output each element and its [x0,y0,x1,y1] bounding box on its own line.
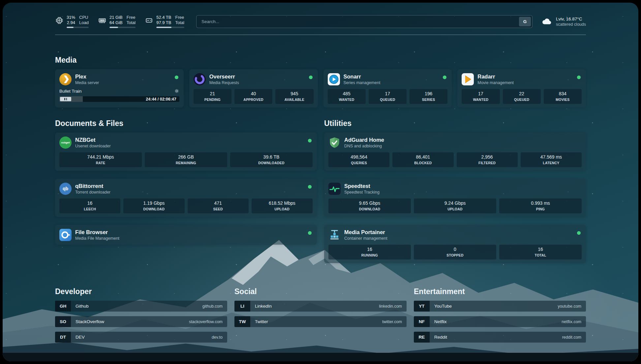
section-title-utilities: Utilities [324,119,586,128]
stat-total: 16 TOTAL [499,245,582,259]
disk-free-value: 52.4 TB [156,15,171,20]
bookmark-domain: github.com [202,304,223,309]
bookmark-github[interactable]: GH Github github.com [55,301,227,312]
adguard-stats: 498,564 QUERIES 86,401 BLOCKED 2,956 FIL… [328,152,582,167]
stat-download: 9.65 Gbps DOWNLOAD [328,198,411,213]
card-qbittorrent: qb qBittorrent Torrent downloader 16 LEE… [55,179,317,217]
search-provider-button[interactable]: G [519,17,531,26]
nzbget-stats: 744.21 Mbps RATE 266 GB REMAINING 39.6 T… [59,152,313,167]
status-dot-nzbget [308,139,312,142]
card-header-overseerr[interactable]: Overseerr Media Requests [194,73,314,85]
status-dot-portainer [577,231,581,235]
search-input[interactable] [197,19,519,24]
memory-free-value: 21 GiB [109,15,123,20]
bookmarks-section: Developer GH Github github.com SO StackO… [55,287,586,357]
card-header-plex[interactable]: Plex Media server [59,73,179,85]
card-header-nzbget[interactable]: nzbget NZBGet Usenet downloader [59,136,313,149]
app-subtitle: Series management [344,80,381,85]
app-subtitle: Media Requests [209,80,239,85]
card-header-sonarr[interactable]: Sonarr Series management [328,73,448,85]
stat-remaining: 266 GB REMAINING [145,152,227,167]
stat-approved: 40 APPROVED [234,89,272,104]
stat-filtered: 2,956 FILTERED [457,152,518,167]
bookmark-dev[interactable]: DT DEV dev.to [55,332,227,343]
stat-wanted: 17 WANTED [462,89,500,104]
app-subtitle: DNS and adblocking [344,143,384,149]
bookmark-reddit[interactable]: RE Reddit reddit.com [414,332,586,343]
memory-widget: 21 GiB Free 64 GiB Total [98,15,136,28]
cpu-progress-bar [67,27,89,28]
section-title-media: Media [55,55,586,65]
stat-queued: 22 QUEUED [503,89,541,104]
filebrowser-icon [59,229,72,241]
app-name: Speedtest [344,183,380,189]
card-header-adguard[interactable]: AdGuard Home DNS and adblocking [328,136,582,149]
stat-series: 196 SERIES [410,89,447,104]
bookmark-domain: twitter.com [382,319,402,324]
now-playing-row: Bullet Train [59,88,179,94]
section-title-documents: Documents & Files [55,119,317,128]
stat-rate: 744.21 Mbps RATE [59,152,142,167]
cpu-widget: 31% CPU 2.94 Load [55,15,89,28]
stat-upload: 9.24 Gbps UPLOAD [414,198,496,213]
card-header-speedtest[interactable]: Speedtest Speedtest Tracking [328,182,582,195]
status-dot-filebrowser [308,231,312,235]
overseerr-icon [194,73,206,85]
bookmark-abbr: YT [414,301,430,312]
app-name: Radarr [477,73,514,80]
status-dot-plex [175,76,178,79]
status-dot-radarr [577,76,581,79]
bookmark-name: StackOverflow [76,319,104,324]
card-header-filebrowser[interactable]: File Browser Media File Management [59,228,313,241]
app-name: NZBGet [75,136,111,143]
memory-icon [98,16,107,25]
bookmark-name: Github [76,304,89,309]
qbittorrent-stats: 16 LEECH 1.19 Gbps DOWNLOAD 471 SEED [59,198,313,213]
pause-button[interactable] [60,97,71,101]
app-name: Overseerr [209,73,239,80]
bookmark-group-title: Developer [55,287,227,296]
portainer-icon [328,229,341,241]
gear-icon[interactable] [174,88,179,94]
card-header-portainer[interactable]: Media Portainer Container management [328,228,582,241]
topbar-divider [55,35,586,35]
app-name: Media Portainer [344,229,387,235]
cpu-icon [55,16,64,25]
bookmark-netflix[interactable]: NF Netflix netflix.com [414,316,586,327]
app-subtitle: Torrent downloader [75,190,110,195]
app-subtitle: Container management [344,236,387,241]
app-subtitle: Movie management [477,80,514,85]
status-dot-qbittorrent [308,185,312,189]
bookmark-group-title: Social [234,287,407,296]
bookmark-domain: stackoverflow.com [189,319,223,324]
bookmark-name: Twitter [255,319,268,324]
bookmark-abbr: SO [55,316,71,327]
card-header-radarr[interactable]: Radarr Movie management [462,73,582,85]
card-header-qbittorrent[interactable]: qb qBittorrent Torrent downloader [59,182,313,195]
stat-downloaded: 39.6 TB DOWNLOADED [230,152,313,167]
app-name: File Browser [75,229,119,235]
bookmark-group-title: Entertainment [414,287,586,296]
stat-wanted: 485 WANTED [328,89,366,104]
stat-download: 1.19 Gbps DOWNLOAD [123,198,184,213]
bookmark-group-entertainment: Entertainment YT YouTube youtube.com NF … [414,287,586,347]
section-media: Media Plex Media server [55,55,586,107]
stat-running: 16 RUNNING [328,245,411,259]
app-name: AdGuard Home [344,136,384,143]
bookmark-youtube[interactable]: YT YouTube youtube.com [414,301,586,312]
radarr-icon [462,73,474,85]
speedtest-stats: 9.65 Gbps DOWNLOAD 9.24 Gbps UPLOAD 0.99… [328,198,582,213]
card-nzbget: nzbget NZBGet Usenet downloader 744.21 M… [55,133,317,171]
bookmark-linkedin[interactable]: LI LinkedIn linkedin.com [234,301,407,312]
bookmark-domain: linkedin.com [379,304,402,309]
disk-icon [145,16,153,25]
bookmark-domain: youtube.com [558,304,581,309]
cpu-percent: 31% [67,15,75,20]
qbittorrent-icon: qb [59,183,72,195]
bookmark-group-social: Social LI LinkedIn linkedin.com TW Twitt… [234,287,407,347]
app-subtitle: Usenet downloader [75,143,111,149]
bookmark-stackoverflow[interactable]: SO StackOverflow stackoverflow.com [55,316,227,327]
bookmark-twitter[interactable]: TW Twitter twitter.com [234,316,407,327]
bookmark-name: YouTube [434,304,452,309]
bookmark-group-developer: Developer GH Github github.com SO StackO… [55,287,227,347]
